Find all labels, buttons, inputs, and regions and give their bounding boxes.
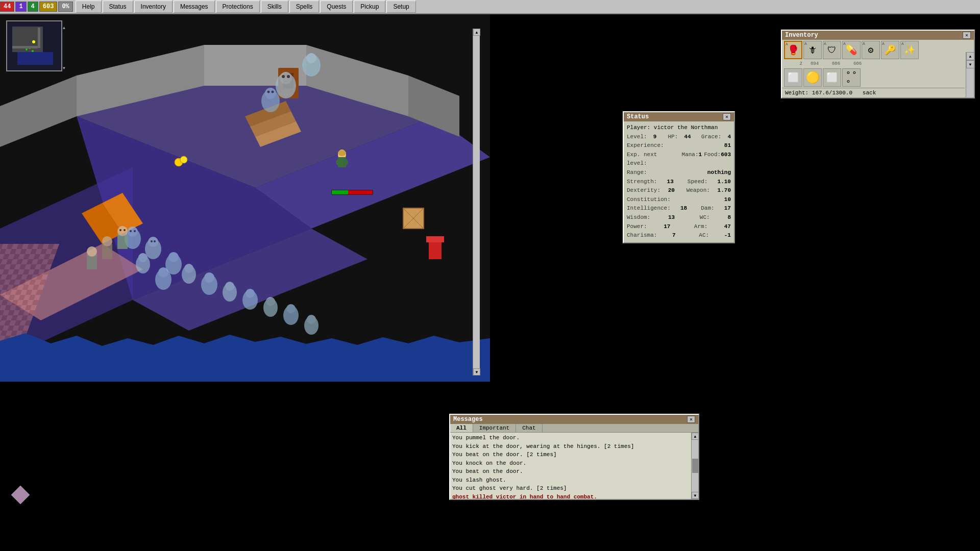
grace-label: Grace: — [701, 133, 722, 142]
hp-label: HP: — [668, 133, 678, 142]
inv-slot-3[interactable]: A 💊 — [842, 41, 861, 59]
messages-button[interactable]: Messages — [174, 1, 215, 13]
svg-point-69 — [124, 229, 126, 231]
ac-val: -1 — [724, 231, 731, 240]
inv-row-2: ⬜ 🟡 ⬜ ⚬⚬⚬ — [782, 67, 965, 88]
map-scroll-up-btn[interactable]: ▲ — [473, 29, 480, 36]
inv-scrollbar[interactable]: ▲ ▼ — [966, 52, 974, 97]
msg-line-2: You beat on the door. [2 times] — [452, 450, 696, 459]
protections-button[interactable]: Protections — [216, 1, 260, 13]
mana-val2: 1 — [699, 151, 702, 168]
map-scrollbar-v[interactable]: ▲ ▼ — [473, 29, 480, 375]
inv-slot-0[interactable]: A 🥊 — [784, 41, 802, 59]
status-panel-titlebar: Status ✕ — [624, 112, 734, 121]
status-panel-close[interactable]: ✕ — [723, 113, 731, 120]
inv-slot-7[interactable]: 🟡 — [803, 68, 822, 87]
game-viewport: ▲ ▼ ▲ ▼ Status ✕ Player: victor the Nort… — [0, 14, 980, 551]
grace-val: 4 — [727, 133, 731, 142]
cha-label: Charisma: — [627, 231, 657, 240]
setup-button[interactable]: Setup — [386, 1, 415, 13]
inv-slot-9[interactable]: ⚬⚬⚬ — [842, 68, 861, 87]
minimap-scroll-dn[interactable]: ▼ — [63, 66, 65, 70]
wc-val: 8 — [727, 213, 731, 222]
inv-scroll-dn[interactable]: ▼ — [966, 60, 974, 68]
svg-point-75 — [180, 156, 187, 163]
msg-line-1: You kick at the door, wearing at the hin… — [452, 442, 696, 451]
msg-line-7: ghost killed victor in hand to hand comb… — [452, 493, 696, 499]
hp-stat: 44 — [0, 2, 14, 12]
status-expnext-row: Exp. next level: Mana: 1 Food: 603 — [627, 151, 731, 168]
inv-weight-text: Weight: 167.6/1300.0 — [785, 90, 852, 96]
inv-slot-6[interactable]: A ✨ — [900, 41, 919, 59]
msg-tab-chat[interactable]: Chat — [516, 424, 542, 432]
svg-point-91 — [26, 48, 28, 51]
inv-weight-row: Weight: 167.6/1300.0 sack — [782, 88, 965, 97]
svg-rect-95 — [38, 28, 40, 48]
mana-stat: 1 — [15, 2, 26, 12]
inv-slot-1[interactable]: A 🗡 — [803, 41, 822, 59]
svg-point-40 — [130, 230, 132, 232]
svg-rect-89 — [17, 52, 53, 65]
svg-rect-80 — [426, 236, 444, 242]
inv-panel-close[interactable]: ✕ — [963, 32, 971, 39]
status-exp-row: Experience: 81 — [627, 141, 731, 151]
msg-scroll-dn[interactable]: ▼ — [692, 492, 699, 499]
int-label: Intelligence: — [627, 204, 671, 213]
msg-scrollthumb[interactable] — [692, 459, 699, 473]
msg-panel-close[interactable]: ✕ — [687, 416, 695, 423]
inv-sack-text: sack — [863, 90, 876, 96]
svg-point-39 — [128, 227, 138, 237]
inv-slot-8[interactable]: ⬜ — [823, 68, 841, 87]
map-scroll-dn-btn[interactable]: ▼ — [473, 368, 480, 375]
skills-button[interactable]: Skills — [261, 1, 288, 13]
status-range-row: Range: nothing — [627, 168, 731, 178]
minimap[interactable] — [6, 20, 62, 71]
game-scene[interactable] — [0, 14, 490, 382]
inv-scroll-up[interactable]: ▲ — [966, 52, 974, 60]
compass-svg — [10, 485, 31, 505]
status-dex-row: Dexterity: 20 Weapon: 1.70 — [627, 186, 731, 195]
status-con-row: Constitution: 10 — [627, 195, 731, 205]
quests-button[interactable]: Quests — [320, 1, 353, 13]
pow-label: Power: — [627, 222, 647, 232]
svg-point-93 — [32, 50, 34, 52]
msg-line-3: You knock on the door. — [452, 459, 696, 468]
svg-point-68 — [119, 229, 121, 231]
status-wis-row: Wisdom: 13 WC: 8 — [627, 213, 731, 222]
dam-label: Dam: — [701, 204, 714, 213]
inv-row-1: A 🥊 A 🗡 A 🛡 A 💊 A ⚙ — [782, 40, 965, 60]
status-panel-title: Status — [627, 113, 649, 120]
msg-scroll-up[interactable]: ▲ — [692, 433, 699, 440]
svg-point-34 — [267, 91, 270, 93]
dex-val: 20 — [668, 186, 675, 195]
svg-rect-83 — [348, 190, 373, 194]
inventory-button[interactable]: Inventory — [134, 1, 173, 13]
msg-tab-all[interactable]: All — [450, 424, 473, 432]
spells-button[interactable]: Spells — [289, 1, 320, 13]
minimap-svg — [7, 21, 61, 70]
msg-scrollbar[interactable]: ▲ ▼ — [691, 433, 698, 499]
speed-label: Speed: — [688, 178, 708, 187]
status-button[interactable]: Status — [103, 1, 133, 13]
con-label: Constitution: — [627, 195, 671, 205]
pct-stat: 0% — [58, 2, 72, 12]
inv-slot-5[interactable]: A 🔑 — [881, 41, 899, 59]
menu-bar: 44 1 4 603 0% Help Status Inventory Mess… — [0, 0, 980, 14]
food-stat: 4 — [28, 2, 38, 12]
msg-tab-important[interactable]: Important — [473, 424, 516, 432]
svg-point-57 — [225, 282, 234, 291]
inv-row2-label: ⬜ — [784, 68, 802, 87]
speed-val: 1.10 — [718, 178, 731, 187]
pickup-button[interactable]: Pickup — [354, 1, 385, 13]
inv-slot-2[interactable]: A 🛡 — [823, 41, 841, 59]
inv-slot-4[interactable]: A ⚙ — [862, 41, 880, 59]
gold-stat: 603 — [39, 2, 58, 12]
msg-content[interactable]: You pummel the door. You kick at the doo… — [450, 433, 698, 499]
weapon-label: Weapon: — [687, 186, 710, 195]
minimap-scroll-up[interactable]: ▲ — [63, 26, 65, 30]
msg-panel-title: Messages — [453, 416, 483, 423]
msg-line-4: You beat on the door. — [452, 467, 696, 476]
wc-label: WC: — [700, 213, 710, 222]
help-button[interactable]: Help — [76, 1, 102, 13]
svg-point-44 — [151, 240, 153, 242]
